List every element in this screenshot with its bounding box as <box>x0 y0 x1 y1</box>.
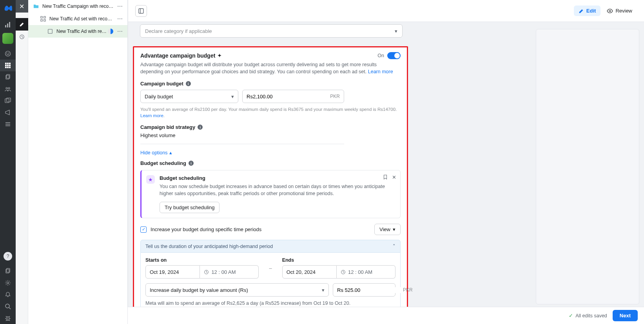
progress-half-icon <box>108 29 113 34</box>
chevron-up-icon: ˄ <box>393 243 395 249</box>
nav-bell-icon[interactable] <box>0 289 16 300</box>
nav-search-icon[interactable] <box>0 300 16 312</box>
info-icon[interactable]: i <box>186 81 191 86</box>
svg-rect-7 <box>7 63 9 64</box>
svg-point-18 <box>8 87 10 89</box>
review-label: Review <box>615 8 632 14</box>
svg-rect-1 <box>7 24 8 27</box>
svg-rect-30 <box>44 20 45 21</box>
close-editor-button[interactable]: ✕ <box>16 0 28 13</box>
svg-rect-31 <box>48 29 53 34</box>
review-button[interactable]: Review <box>602 5 637 16</box>
bid-value: Highest volume <box>140 132 401 138</box>
start-time-input[interactable]: 12 : 00 AM <box>200 265 259 279</box>
end-time-input[interactable]: 12 : 00 AM <box>337 265 395 279</box>
info-card-desc: You can now schedule budget increases in… <box>160 183 395 197</box>
editor-rail: ✕ <box>16 0 28 324</box>
nav-grid-icon[interactable] <box>0 60 16 71</box>
edit-button[interactable]: Edit <box>574 5 601 16</box>
svg-point-17 <box>6 87 7 89</box>
category-placeholder: Declare category if applicable <box>145 28 212 34</box>
main-area: Edit Review Declare category if applicab… <box>128 0 644 324</box>
increase-budget-label: Increase your budget during specific tim… <box>151 226 261 232</box>
nav-menu-icon[interactable] <box>0 118 16 130</box>
increase-budget-checkbox[interactable]: ✓ <box>140 226 147 233</box>
currency-label: PKR <box>403 287 413 293</box>
meta-logo-icon[interactable] <box>2 2 13 13</box>
next-button[interactable]: Next <box>613 310 638 321</box>
nav-audience-icon[interactable] <box>0 83 16 95</box>
tree-ad-row[interactable]: New Traffic Ad with recomme… ⋯ <box>28 25 127 38</box>
nav-megaphone-icon[interactable] <box>0 107 16 118</box>
clock-icon <box>204 270 209 275</box>
start-date-input[interactable]: Oct 19, 2024 <box>145 265 200 279</box>
budget-type-select[interactable]: Daily budget ▾ <box>140 90 238 103</box>
tree-campaign-label: New Traffic Campaign with recommend… <box>42 4 116 9</box>
editor-pencil-icon[interactable] <box>16 18 28 31</box>
info-icon[interactable]: i <box>198 125 203 130</box>
eye-icon <box>607 8 613 14</box>
help-button[interactable]: ? <box>4 252 12 261</box>
try-budget-scheduling-button[interactable]: Try budget scheduling <box>160 202 220 213</box>
ad-icon <box>47 28 53 34</box>
svg-rect-29 <box>41 20 42 21</box>
increase-type-select[interactable]: Increase daily budget by value amount (R… <box>145 283 329 297</box>
adset-icon <box>40 16 46 22</box>
svg-point-3 <box>5 51 11 56</box>
editor-topbar: Edit Review <box>128 0 644 22</box>
acb-title: Advantage campaign budget <box>140 52 215 59</box>
footer-bar: ✓ All edits saved Next <box>128 307 644 324</box>
close-icon[interactable]: ✕ <box>392 174 396 180</box>
chevron-down-icon: ▾ <box>231 94 234 100</box>
learn-more-link[interactable]: Learn more <box>368 69 393 74</box>
budget-type-value: Daily budget <box>145 94 173 100</box>
svg-rect-8 <box>9 63 11 64</box>
svg-rect-32 <box>139 9 143 13</box>
nav-happy-icon[interactable] <box>0 48 16 60</box>
meta-spend-line: Meta will aim to spend an average of Rs2… <box>145 300 395 306</box>
duration-header[interactable]: Tell us the duration of your anticipated… <box>140 240 401 253</box>
tree-row-menu-icon[interactable]: ⋯ <box>116 28 124 34</box>
tree-adset-label: New Traffic Ad set with recommend… <box>49 16 116 22</box>
toggle-sidebar-button[interactable] <box>135 5 147 17</box>
chevron-down-icon: ▾ <box>393 226 395 232</box>
plus-icon: ✦ <box>218 53 221 58</box>
bid-label: Campaign bid strategy <box>140 124 195 130</box>
nav-copy-icon[interactable] <box>0 71 16 83</box>
nav-analytics-icon[interactable] <box>0 19 16 31</box>
preview-panel <box>536 29 639 304</box>
info-card-title: Budget scheduling <box>160 175 395 181</box>
tree-row-menu-icon[interactable]: ⋯ <box>116 16 124 22</box>
nav-settings-icon[interactable] <box>0 277 16 289</box>
info-icon[interactable]: i <box>189 161 194 166</box>
budget-amount-field[interactable]: PKR <box>242 90 344 103</box>
editor-clock-icon[interactable] <box>16 31 28 43</box>
hide-options-link[interactable]: Hide options ▴ <box>140 150 401 156</box>
account-thumbnail[interactable] <box>2 33 13 44</box>
nav-copy2-icon[interactable] <box>0 265 16 277</box>
svg-point-33 <box>609 10 611 12</box>
end-date-input[interactable]: Oct 20, 2024 <box>282 265 337 279</box>
check-icon: ✓ <box>569 313 573 319</box>
learn-more-link-2[interactable]: Learn more <box>140 113 163 118</box>
tree-campaign-row[interactable]: New Traffic Campaign with recommend… ⋯ <box>28 0 127 13</box>
nav-bug-icon[interactable] <box>0 312 16 324</box>
tree-ad-label: New Traffic Ad with recomme… <box>56 29 108 34</box>
acb-toggle[interactable] <box>387 52 401 59</box>
view-dropdown[interactable]: View ▾ <box>374 224 401 235</box>
budget-amount-input[interactable] <box>247 94 330 100</box>
svg-rect-0 <box>5 25 6 27</box>
svg-rect-14 <box>9 67 11 68</box>
tree-row-menu-icon[interactable]: ⋯ <box>116 3 124 9</box>
tree-adset-row[interactable]: New Traffic Ad set with recommend… ⋯ <box>28 13 127 25</box>
bookmark-icon[interactable] <box>383 174 388 180</box>
increase-amount-field[interactable]: PKR <box>333 283 395 297</box>
svg-rect-13 <box>7 67 9 68</box>
edit-label: Edit <box>586 8 596 14</box>
nav-billing-icon[interactable] <box>0 95 16 107</box>
increase-amount-input[interactable] <box>337 287 403 293</box>
spend-note: You'll spend an average of Rs2100 per da… <box>140 106 401 119</box>
acb-toggle-label: On <box>377 53 384 58</box>
category-select[interactable]: Declare category if applicable ▾ <box>140 24 403 38</box>
range-dash: – <box>266 257 275 279</box>
